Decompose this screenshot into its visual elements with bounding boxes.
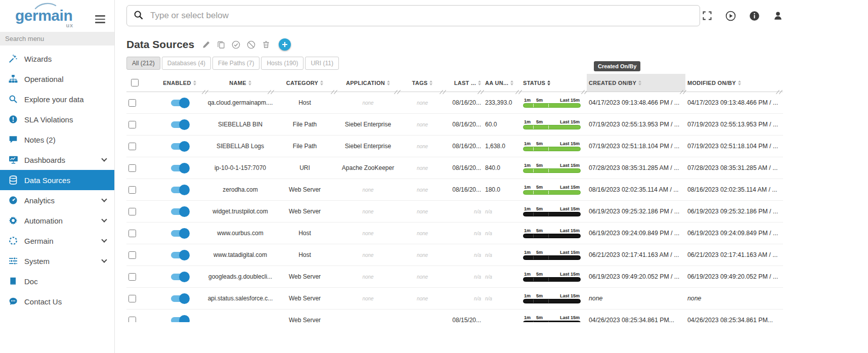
sidebar-item-contact-us[interactable]: Contact Us [0, 291, 114, 312]
row-checkbox[interactable] [128, 273, 136, 281]
name-cell[interactable] [207, 310, 273, 322]
status-chart[interactable]: 1m5mLast 15m [523, 141, 581, 151]
row-checkbox[interactable] [128, 317, 136, 323]
tab-file-paths-7[interactable]: File Paths (7) [212, 57, 259, 70]
info-icon[interactable] [749, 11, 760, 21]
enabled-toggle[interactable] [171, 295, 188, 302]
name-cell[interactable]: qa.cloud.germainapm.... [207, 92, 273, 113]
column-header-created[interactable]: CREATED ON/BY [587, 74, 685, 92]
germain-logo[interactable]: germain ux [15, 7, 72, 24]
tab-all-212[interactable]: All (212) [126, 57, 160, 70]
add-button[interactable] [279, 38, 291, 51]
enabled-toggle[interactable] [171, 208, 188, 215]
column-header-name[interactable]: NAME [207, 74, 273, 92]
status-chart[interactable]: 1m5mLast 15m [523, 228, 581, 238]
enabled-toggle[interactable] [171, 187, 188, 193]
select-all-checkbox[interactable] [131, 79, 139, 86]
name-cell[interactable]: SIEBELLAB Logs [207, 136, 273, 157]
name-cell[interactable]: api.status.salesforce.c... [207, 288, 273, 309]
menu-icon[interactable] [95, 15, 105, 23]
row-checkbox[interactable] [128, 164, 136, 172]
status-chart[interactable]: 1m5mLast 15m [523, 119, 581, 129]
column-header-modified[interactable]: MODIFIED ON/BY [685, 74, 782, 92]
table-row[interactable]: googleads.g.doublecli...Web Servernoneno… [126, 266, 783, 288]
enabled-toggle[interactable] [171, 165, 188, 171]
play-icon[interactable] [725, 11, 736, 21]
enabled-toggle[interactable] [171, 274, 188, 280]
delete-icon[interactable] [262, 40, 270, 49]
sidebar-item-dashboards[interactable]: Dashboards [0, 150, 114, 170]
column-header-application[interactable]: APPLICATION [336, 74, 400, 92]
copy-icon[interactable] [217, 40, 225, 49]
status-chart[interactable]: 1m5mLast 15m [523, 98, 581, 108]
status-chart[interactable]: 1m5mLast 15m [523, 250, 581, 260]
sidebar-item-explore-your-data[interactable]: Explore your data [0, 89, 114, 109]
table-row[interactable]: www.ourbus.comHostnonenonen/an/a1m5mLast… [126, 223, 783, 244]
name-cell[interactable]: SIEBELLAB BIN [207, 114, 273, 135]
edit-icon[interactable] [202, 40, 210, 49]
tab-uri-11[interactable]: URI (11) [305, 57, 338, 70]
sidebar-item-operational[interactable]: Operational [0, 69, 114, 89]
table-row[interactable]: SIEBELLAB LogsFile PathSiebel Enterprise… [126, 136, 783, 157]
table-row[interactable]: api.status.salesforce.c...Web Servernone… [126, 288, 783, 310]
tab-hosts-190[interactable]: Hosts (190) [261, 57, 303, 70]
status-chart[interactable]: 1m5mLast 15m [523, 272, 581, 282]
enabled-toggle[interactable] [171, 143, 188, 150]
column-header-tags[interactable]: TAGS [400, 74, 445, 92]
row-checkbox[interactable] [128, 186, 136, 194]
disable-icon[interactable] [247, 40, 255, 49]
sidebar-item-system[interactable]: System [0, 251, 114, 271]
name-cell[interactable]: www.tatadigital.com [207, 244, 273, 266]
enabled-toggle[interactable] [171, 100, 188, 106]
table-row[interactable]: Web Server08/15/20...1m5mLast 15m04/26/2… [126, 310, 783, 322]
sidebar-item-sla-violations[interactable]: SLA Violations [0, 109, 114, 129]
table-row[interactable]: qa.cloud.germainapm....Hostnonenone08/16… [126, 92, 783, 114]
status-chart[interactable]: 1m5mLast 15m [523, 206, 581, 216]
row-checkbox[interactable] [128, 121, 136, 128]
approve-icon[interactable] [232, 40, 240, 49]
table-row[interactable]: ip-10-0-1-157:7070URIApache ZooKeepernon… [126, 157, 783, 179]
name-cell[interactable]: ip-10-0-1-157:7070 [207, 157, 273, 179]
sidebar-item-automation[interactable]: Automation [0, 210, 114, 231]
application-cell [336, 310, 400, 322]
table-row[interactable]: widget.trustpilot.comWeb Servernonenonen… [126, 201, 783, 223]
user-icon[interactable] [773, 11, 783, 21]
name-cell[interactable]: widget.trustpilot.com [207, 201, 273, 222]
table-row[interactable]: www.tatadigital.comHostnonenonen/an/a1m5… [126, 244, 783, 266]
column-header-aa-units[interactable]: AA UN... [483, 74, 521, 92]
enabled-toggle[interactable] [171, 121, 188, 128]
sidebar-item-data-sources[interactable]: Data Sources [0, 170, 114, 190]
sidebar-item-analytics[interactable]: Analytics [0, 190, 114, 210]
table-row[interactable]: zerodha.comWeb Servernonenone08/16/20...… [126, 179, 783, 201]
sidebar-item-germain[interactable]: Germain [0, 231, 114, 251]
status-chart[interactable]: 1m5mLast 15m [523, 185, 581, 195]
status-chart[interactable]: 1m5mLast 15m [523, 163, 581, 173]
name-cell[interactable]: zerodha.com [207, 179, 273, 200]
sidebar-item-wizards[interactable]: Wizards [0, 49, 114, 69]
fullscreen-icon[interactable] [702, 11, 712, 21]
column-header-last[interactable]: LAST ... [445, 74, 483, 92]
tab-databases-4[interactable]: Databases (4) [162, 57, 211, 70]
row-checkbox[interactable] [128, 143, 136, 150]
row-checkbox[interactable] [128, 251, 136, 259]
enabled-toggle[interactable] [171, 230, 188, 237]
row-checkbox[interactable] [128, 208, 136, 215]
status-chart[interactable]: 1m5mLast 15m [523, 293, 581, 303]
column-header-enabled[interactable]: ENABLED [152, 74, 207, 92]
row-checkbox[interactable] [128, 295, 136, 302]
name-cell[interactable]: googleads.g.doublecli... [207, 266, 273, 287]
enabled-toggle[interactable] [171, 252, 188, 258]
status-chart[interactable]: 1m5mLast 15m [523, 315, 581, 322]
sidebar-item-label: Notes (2) [24, 136, 56, 144]
table-row[interactable]: SIEBELLAB BINFile PathSiebel Enterprisen… [126, 114, 783, 136]
sidebar-item-doc[interactable]: Doc [0, 271, 114, 291]
sidebar-search-input[interactable] [0, 32, 114, 46]
column-header-status[interactable]: STATUS [521, 74, 587, 92]
row-checkbox[interactable] [128, 230, 136, 237]
name-cell[interactable]: www.ourbus.com [207, 223, 273, 244]
row-checkbox[interactable] [128, 99, 136, 107]
global-search-input[interactable] [126, 5, 700, 26]
sidebar-item-notes-2[interactable]: Notes (2) [0, 129, 114, 150]
column-header-category[interactable]: CATEGORY [273, 74, 336, 92]
enabled-toggle[interactable] [171, 317, 188, 323]
